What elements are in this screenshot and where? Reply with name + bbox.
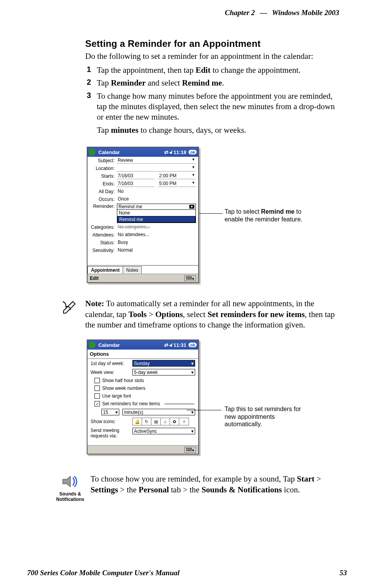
keyboard-icon[interactable]: ⌨▴ bbox=[184, 447, 196, 453]
chevron-down-icon[interactable]: ▾ bbox=[115, 410, 118, 415]
reminder-option-none[interactable]: None bbox=[117, 210, 196, 216]
allday-label: All Day: bbox=[90, 189, 117, 194]
chevron-down-icon[interactable]: ▾ bbox=[191, 370, 194, 375]
bell-icon[interactable]: 🔔 bbox=[133, 418, 142, 425]
minutes-label: minutes bbox=[111, 125, 138, 135]
chevron-down-icon[interactable]: ▾ bbox=[191, 429, 194, 434]
set-reminders-label: Set reminders for new items bbox=[102, 401, 160, 406]
ok-button[interactable]: ok bbox=[189, 150, 197, 154]
remind-me-label: Remind me bbox=[182, 78, 222, 87]
options-heading: Options bbox=[87, 350, 198, 359]
signal-icon: ⇄ ◂ᴵ bbox=[164, 149, 172, 155]
weekview-select[interactable]: 5-day week▾ bbox=[132, 369, 195, 375]
half-hour-checkbox[interactable] bbox=[94, 378, 100, 383]
step-num: 2 bbox=[87, 78, 97, 88]
attendees-field[interactable]: No attendees... bbox=[117, 232, 196, 238]
manual-title: 700 Series Color Mobile Computer User's … bbox=[27, 569, 180, 577]
product-name: Windows Mobile 2003 bbox=[272, 9, 340, 17]
tab-notes[interactable]: Notes bbox=[123, 266, 142, 274]
large-font-checkbox[interactable] bbox=[94, 393, 100, 399]
header-dash: — bbox=[260, 9, 267, 17]
home-icon[interactable]: ⌂ bbox=[161, 418, 170, 425]
step-text: To change how many minutes before the ap… bbox=[97, 91, 339, 123]
reminder-dropdown[interactable]: Remind me▼ None Remind me bbox=[117, 204, 196, 223]
weekview-label: Week view: bbox=[91, 370, 129, 375]
section-title: Setting a Reminder for an Appointment bbox=[85, 38, 339, 49]
app-title: Calendar bbox=[98, 149, 120, 155]
starts-label: Starts: bbox=[90, 173, 117, 179]
note-row: Note: To automatically set a reminder fo… bbox=[62, 298, 339, 330]
section-intro: Do the following to set a reminder for a… bbox=[85, 51, 339, 61]
chevron-down-icon[interactable]: ▼ bbox=[192, 173, 195, 179]
app-title: Calendar bbox=[98, 342, 120, 348]
subject-label: Subject: bbox=[90, 158, 117, 163]
chevron-down-icon[interactable]: ▼ bbox=[192, 158, 195, 163]
note-text: Note: To automatically set a reminder fo… bbox=[85, 298, 339, 330]
page-number: 53 bbox=[340, 569, 347, 577]
step-num: 1 bbox=[87, 65, 97, 75]
occurs-label: Occurs: bbox=[90, 197, 117, 202]
chevron-down-icon[interactable]: ▾ bbox=[191, 361, 194, 366]
speaker-icon bbox=[61, 474, 79, 489]
sensitivity-label: Sensitivity: bbox=[90, 248, 117, 253]
starts-date-field[interactable]: 7/16/03 bbox=[117, 173, 154, 179]
start-flag-icon[interactable] bbox=[89, 341, 96, 348]
sounds-icon-label: Sounds & Notifications bbox=[56, 491, 84, 502]
set-reminders-checkbox[interactable]: ✓ bbox=[94, 401, 100, 406]
edit-label: Edit bbox=[196, 65, 211, 75]
firstday-select[interactable]: Sunday▾ bbox=[132, 360, 195, 367]
status-field[interactable]: Busy bbox=[117, 240, 196, 246]
subject-field[interactable]: Review▼ bbox=[117, 158, 196, 164]
ends-date-field[interactable]: 7/16/03 bbox=[117, 181, 154, 187]
half-hour-label: Show half hour slots bbox=[102, 378, 144, 383]
starts-time-field[interactable]: 2:00 PM▼ bbox=[158, 173, 196, 179]
keyboard-icon[interactable]: ⌨▴ bbox=[184, 275, 196, 281]
sensitivity-field[interactable]: Normal bbox=[117, 247, 196, 254]
content-column: Setting a Reminder for an Appointment Do… bbox=[85, 38, 339, 502]
recur-icon[interactable]: ↻ bbox=[142, 418, 151, 425]
status-label: Status: bbox=[90, 240, 117, 245]
show-icons-toolbar[interactable]: 🔔↻▤⌂✿✧ bbox=[132, 418, 189, 425]
note-icon[interactable]: ▤ bbox=[151, 418, 161, 425]
signal-icon: ⇄ ◂ᴵ bbox=[164, 342, 172, 348]
ends-time-field[interactable]: 5:00 PM▼ bbox=[158, 181, 196, 187]
chevron-down-icon[interactable]: ▼ bbox=[189, 205, 194, 209]
sendvia-select[interactable]: ActiveSync▾ bbox=[132, 428, 195, 434]
large-font-label: Use large font bbox=[102, 393, 131, 399]
titlebar: Calendar ⇄ ◂ᴵ 11:18 ok bbox=[87, 147, 198, 157]
firstday-label: 1st day of week: bbox=[91, 361, 129, 366]
reminder-label: Reminder bbox=[111, 78, 146, 87]
week-numbers-checkbox[interactable] bbox=[94, 386, 100, 391]
chapter-label: Chapter 2 bbox=[225, 9, 255, 17]
sounds-text: To choose how you are reminded, for exam… bbox=[91, 474, 339, 502]
step-num: 3 bbox=[87, 91, 97, 123]
chevron-down-icon[interactable]: ▼ bbox=[192, 181, 195, 187]
occurs-field[interactable]: Once bbox=[117, 196, 196, 202]
callout-line bbox=[199, 213, 223, 214]
ends-label: Ends: bbox=[90, 181, 117, 187]
steps-list: 1 Tap the appointment, then tap Edit to … bbox=[87, 65, 339, 122]
calendar-options-screenshot: Calendar ⇄ ◂ᴵ 11:31 ok Options 1st day o… bbox=[87, 339, 199, 454]
reminder-unit-select[interactable]: minute(s)▾ bbox=[122, 409, 195, 415]
sendvia-label: Send meeting requests via: bbox=[91, 428, 129, 439]
clock: 11:18 bbox=[173, 149, 186, 155]
sounds-row: Sounds & Notifications To choose how you… bbox=[56, 474, 339, 502]
callout-2: Tap this to set reminders for new appoin… bbox=[225, 405, 310, 428]
ok-button[interactable]: ok bbox=[189, 343, 197, 347]
note-icon bbox=[62, 298, 79, 314]
location-label: Location: bbox=[90, 166, 117, 171]
reminder-field-label: Reminder: bbox=[90, 204, 117, 209]
birthday-icon[interactable]: ✿ bbox=[170, 418, 179, 425]
reminder-qty-select[interactable]: 15▾ bbox=[101, 409, 119, 415]
edit-menu[interactable]: Edit bbox=[90, 276, 99, 281]
tab-appointment[interactable]: Appointment bbox=[87, 266, 123, 274]
categories-field[interactable]: No categories... bbox=[117, 224, 196, 230]
reminder-option-remind-me[interactable]: Remind me bbox=[117, 216, 196, 223]
key-icon[interactable]: ✧ bbox=[179, 418, 189, 425]
attendees-label: Attendees: bbox=[90, 232, 117, 238]
step-text: Tap Reminder and select Remind me. bbox=[97, 78, 339, 88]
chevron-down-icon[interactable]: ▼ bbox=[192, 165, 195, 171]
location-field[interactable]: ▼ bbox=[117, 165, 196, 171]
allday-field[interactable]: No bbox=[117, 189, 196, 195]
start-flag-icon[interactable] bbox=[89, 149, 96, 156]
